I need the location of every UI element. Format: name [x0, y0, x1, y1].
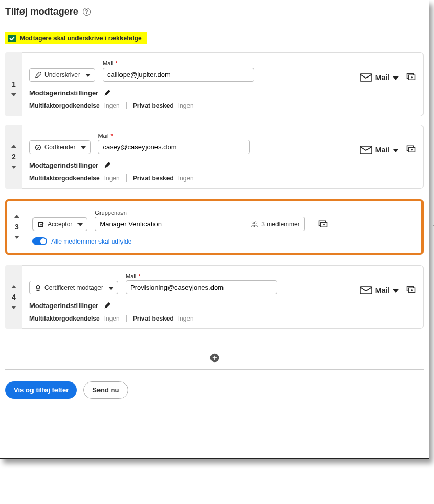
recipient-card: Underskriver Mail* Mail Modtagerindstill… — [22, 52, 424, 116]
settings-stack-icon[interactable] — [406, 285, 416, 294]
deliver-method-dropdown[interactable]: Mail — [360, 73, 399, 82]
svg-rect-5 — [360, 146, 372, 154]
role-dropdown[interactable]: Acceptor — [32, 217, 87, 231]
divider — [5, 342, 424, 342]
index-column: 2 — [5, 125, 22, 189]
chevron-up-icon[interactable] — [10, 143, 17, 149]
chevron-down-icon — [81, 144, 86, 151]
role-label: Certificeret modtager — [44, 284, 103, 291]
index-column: 3 — [8, 202, 25, 251]
members-button[interactable]: 3 medlemmer — [247, 217, 304, 231]
edit-icon[interactable] — [104, 302, 110, 309]
recipient-card: Godkender Mail* Mail Modtagerindstilling… — [22, 125, 424, 189]
svg-point-3 — [411, 76, 413, 78]
acceptor-icon — [37, 221, 44, 228]
chevron-up-icon[interactable] — [14, 213, 20, 220]
svg-rect-16 — [360, 287, 372, 294]
toggle-label: Alle medlemmer skal udfylde — [51, 238, 131, 245]
chevron-up-icon[interactable] — [10, 283, 17, 290]
recipient-settings-heading: Modtagerindstillinger — [29, 302, 416, 310]
settings-stack-icon[interactable] — [406, 72, 416, 82]
field-label-text: Gruppenavn — [95, 210, 127, 216]
chevron-up-icon[interactable] — [10, 71, 17, 77]
approver-icon — [34, 144, 41, 151]
email-input[interactable] — [98, 140, 250, 154]
mfa-label: Multifaktorgodkendelse — [29, 102, 100, 109]
certified-icon — [34, 284, 41, 291]
email-input[interactable] — [103, 68, 254, 82]
mail-icon — [360, 286, 372, 294]
settings-stack-icon[interactable] — [406, 145, 416, 154]
svg-point-8 — [411, 149, 413, 150]
recipient-row: 2 Godkender Mail* Mail — [5, 125, 424, 189]
add-recipient-row — [5, 353, 424, 363]
email-field: Mail* — [103, 60, 254, 82]
deliver-label: Mail — [375, 146, 390, 154]
field-label-text: Mail — [98, 133, 108, 139]
field-label-text: Mail — [126, 273, 136, 279]
edit-icon[interactable] — [104, 90, 110, 96]
help-icon[interactable]: ? — [83, 8, 91, 16]
all-members-toggle-row: Alle medlemmer skal udfylde — [32, 237, 413, 245]
title-text: Tilføj modtagere — [5, 6, 79, 17]
svg-point-11 — [255, 222, 257, 224]
signer-icon — [34, 71, 41, 79]
role-label: Acceptor — [48, 221, 72, 228]
chevron-down-icon[interactable] — [14, 234, 20, 240]
recipient-card: Acceptor Gruppenavn 3 medlemmer — [25, 202, 420, 251]
divider — [5, 369, 424, 370]
svg-rect-0 — [360, 74, 372, 81]
private-value: Ingen — [178, 174, 194, 182]
edit-icon[interactable] — [104, 162, 110, 169]
deliver-label: Mail — [375, 73, 390, 82]
mfa-label: Multifaktorgodkendelse — [29, 315, 100, 322]
add-recipient-icon[interactable] — [209, 353, 220, 363]
recipient-index: 2 — [12, 152, 16, 161]
mail-icon — [360, 73, 372, 82]
mfa-label: Multifaktorgodkendelse — [29, 174, 100, 182]
settings-label: Modtagerindstillinger — [29, 161, 98, 169]
mfa-value: Ingen — [104, 102, 120, 109]
role-dropdown[interactable]: Underskriver — [29, 68, 95, 82]
email-input[interactable] — [126, 280, 277, 294]
private-label: Privat besked — [133, 315, 174, 322]
role-dropdown[interactable]: Godkender — [29, 140, 91, 154]
trash-icon[interactable] — [432, 223, 434, 233]
recipient-row-highlighted: 3 Acceptor Gruppenavn 3 medlemmer — [5, 199, 424, 255]
deliver-label: Mail — [375, 286, 390, 294]
groupname-input[interactable] — [95, 217, 247, 231]
index-column: 1 — [5, 52, 22, 116]
svg-point-14 — [323, 224, 325, 225]
chevron-down-icon[interactable] — [10, 92, 17, 98]
deliver-method-dropdown[interactable]: Mail — [360, 146, 399, 154]
chevron-down-icon — [77, 221, 83, 228]
groupname-field: Gruppenavn 3 medlemmer — [95, 210, 304, 231]
index-column: 4 — [5, 265, 22, 329]
settings-label: Modtagerindstillinger — [29, 89, 98, 97]
show-add-fields-button[interactable]: Vis og tilføj felter — [5, 381, 77, 399]
chevron-down-icon — [85, 71, 91, 79]
members-label: 3 medlemmer — [261, 221, 299, 228]
divider — [5, 27, 424, 27]
svg-point-19 — [411, 289, 413, 291]
toggle-switch[interactable] — [32, 237, 47, 245]
recipient-index: 1 — [12, 80, 16, 89]
recipient-index: 3 — [15, 223, 19, 231]
mfa-value: Ingen — [104, 315, 120, 322]
email-field: Mail* — [126, 273, 277, 294]
recipient-settings-heading: Modtagerindstillinger — [29, 89, 416, 97]
svg-rect-22 — [212, 357, 216, 358]
settings-stack-icon[interactable] — [318, 220, 328, 229]
chevron-down-icon[interactable] — [10, 304, 17, 311]
role-label: Underskriver — [44, 71, 80, 79]
recipient-settings-heading: Modtagerindstillinger — [29, 161, 416, 169]
recipient-meta: Multifaktorgodkendelse Ingen Privat besk… — [29, 174, 416, 182]
send-now-button[interactable]: Send nu — [83, 381, 128, 399]
sign-order-label: Modtagere skal underskrive i rækkefølge — [20, 35, 142, 42]
sign-order-checkbox-row[interactable]: Modtagere skal underskrive i rækkefølge — [5, 32, 147, 44]
role-dropdown[interactable]: Certificeret modtager — [29, 281, 118, 294]
email-field: Mail* — [98, 133, 250, 154]
chevron-down-icon[interactable] — [10, 164, 17, 170]
checkbox-checked-icon — [8, 35, 16, 42]
deliver-method-dropdown[interactable]: Mail — [360, 286, 399, 294]
